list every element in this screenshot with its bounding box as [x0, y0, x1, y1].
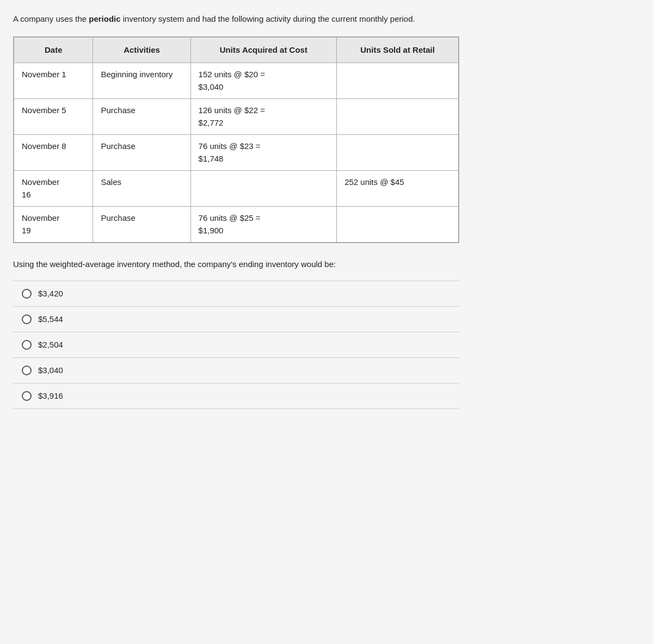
- table-row: November 16Sales252 units @ $45: [14, 171, 459, 207]
- option-item-5[interactable]: $3,916: [13, 383, 459, 409]
- header-date: Date: [14, 37, 93, 63]
- cell-sold: [337, 99, 459, 135]
- inventory-table: Date Activities Units Acquired at Cost U…: [14, 37, 459, 243]
- question-text: Using the weighted-average inventory met…: [13, 258, 640, 271]
- option-item-4[interactable]: $3,040: [13, 358, 459, 383]
- table-body: November 1Beginning inventory152 units @…: [14, 63, 459, 243]
- radio-button-2[interactable]: [22, 314, 32, 324]
- cell-acquired: 76 units @ $23 = $1,748: [190, 135, 337, 171]
- radio-button-1[interactable]: [22, 289, 32, 299]
- cell-acquired: 152 units @ $20 = $3,040: [190, 63, 337, 99]
- inventory-table-wrapper: Date Activities Units Acquired at Cost U…: [13, 36, 459, 244]
- cell-date: November 5: [14, 99, 93, 135]
- cell-activity: Beginning inventory: [93, 63, 190, 99]
- cell-acquired: 126 units @ $22 = $2,772: [190, 99, 337, 135]
- cell-date: November 19: [14, 207, 93, 243]
- radio-button-4[interactable]: [22, 366, 32, 375]
- option-label-5: $3,916: [38, 391, 63, 400]
- cell-activity: Purchase: [93, 207, 190, 243]
- option-item-3[interactable]: $2,504: [13, 332, 459, 358]
- cell-sold: [337, 135, 459, 171]
- intro-text-before: A company uses the: [13, 14, 89, 23]
- option-label-3: $2,504: [38, 340, 63, 349]
- cell-acquired: [190, 171, 337, 207]
- answer-options-list: $3,420$5,544$2,504$3,040$3,916: [13, 281, 459, 409]
- cell-date: November 8: [14, 135, 93, 171]
- header-activities: Activities: [93, 37, 190, 63]
- intro-text-after: inventory system and had the following a…: [121, 14, 415, 23]
- table-header-row: Date Activities Units Acquired at Cost U…: [14, 37, 459, 63]
- table-row: November 8Purchase76 units @ $23 = $1,74…: [14, 135, 459, 171]
- radio-button-5[interactable]: [22, 391, 32, 401]
- table-row: November 5Purchase126 units @ $22 = $2,7…: [14, 99, 459, 135]
- cell-acquired: 76 units @ $25 = $1,900: [190, 207, 337, 243]
- option-item-1[interactable]: $3,420: [13, 281, 459, 307]
- option-label-2: $5,544: [38, 314, 63, 324]
- intro-bold-word: periodic: [89, 14, 120, 23]
- cell-sold: [337, 63, 459, 99]
- radio-button-3[interactable]: [22, 340, 32, 350]
- intro-paragraph: A company uses the periodic inventory sy…: [13, 13, 640, 26]
- cell-date: November 16: [14, 171, 93, 207]
- cell-activity: Sales: [93, 171, 190, 207]
- cell-activity: Purchase: [93, 99, 190, 135]
- cell-date: November 1: [14, 63, 93, 99]
- table-row: November 19Purchase76 units @ $25 = $1,9…: [14, 207, 459, 243]
- option-label-1: $3,420: [38, 289, 63, 298]
- cell-sold: [337, 207, 459, 243]
- header-sold: Units Sold at Retail: [337, 37, 459, 63]
- cell-sold: 252 units @ $45: [337, 171, 459, 207]
- table-row: November 1Beginning inventory152 units @…: [14, 63, 459, 99]
- cell-activity: Purchase: [93, 135, 190, 171]
- header-acquired: Units Acquired at Cost: [190, 37, 337, 63]
- option-item-2[interactable]: $5,544: [13, 307, 459, 332]
- option-label-4: $3,040: [38, 366, 63, 375]
